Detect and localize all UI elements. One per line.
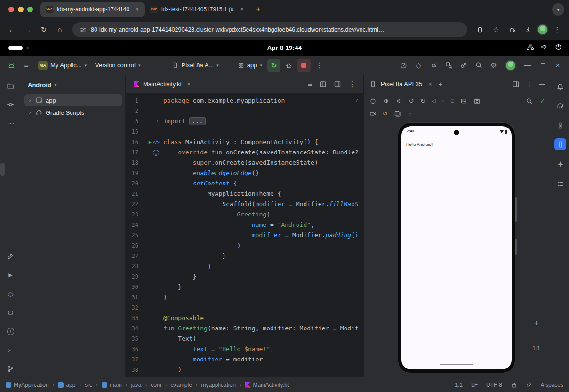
version-control-selector[interactable]: Version control ▾ <box>92 60 144 71</box>
code-line[interactable]: 21 MyApplicationTheme { <box>126 189 363 199</box>
debug-bug-icon[interactable] <box>282 59 296 72</box>
add-device-tab-icon[interactable]: + <box>438 80 442 88</box>
indent-setting[interactable]: 4 spaces <box>541 382 563 388</box>
browser-tab[interactable]: VNC idx-test-1744140517915:1 (us × <box>145 2 249 17</box>
search-everywhere-icon[interactable] <box>472 59 485 72</box>
screen-record-icon[interactable] <box>394 110 401 117</box>
code-line[interactable]: 17↑ override fun onCreate(savedInstanceS… <box>126 147 363 158</box>
breadcrumb-item[interactable]: java <box>131 382 141 388</box>
folded-imports-chip[interactable]: ... <box>189 117 206 125</box>
camera-icon[interactable] <box>473 97 481 104</box>
code-line[interactable]: 25 modifier = Modifier.padding(i <box>126 230 363 240</box>
breadcrumb-item[interactable]: main <box>102 382 122 388</box>
fullscreen-window-button[interactable] <box>27 7 33 12</box>
tab-close-icon[interactable]: × <box>134 6 141 13</box>
emulator-tab-title[interactable]: Pixel 8a API 35 <box>381 80 422 88</box>
main-menu-hamburger-icon[interactable]: ≡ <box>20 59 33 72</box>
code-line[interactable]: 19 enableEdgeToEdge() <box>126 168 363 178</box>
override-gutter-icon[interactable]: ↑ <box>153 150 159 156</box>
tool-window-drag-handle[interactable] <box>0 163 5 176</box>
run-gutter-icon[interactable]: ▶ <box>149 137 152 147</box>
browser-menu-kebab-icon[interactable]: ⋮ <box>550 23 564 37</box>
reload-icon[interactable]: ↻ <box>37 23 51 37</box>
inspections-ok-icon[interactable]: ✓ <box>355 97 359 104</box>
logcat-tool-icon[interactable] <box>5 307 16 319</box>
readonly-lock-icon[interactable] <box>511 382 517 388</box>
file-encoding[interactable]: UTF-8 <box>486 382 502 388</box>
zoom-in-icon[interactable]: + <box>534 319 538 327</box>
zoom-mode-icon[interactable] <box>526 97 533 104</box>
project-panel-header[interactable]: Android ▾ <box>21 75 125 94</box>
close-window-button[interactable] <box>8 7 14 12</box>
volume-down-icon[interactable] <box>396 97 403 104</box>
home-icon[interactable]: ⌂ <box>53 23 67 37</box>
vnc-control-handle[interactable] <box>8 46 23 50</box>
editor-options-kebab-icon[interactable]: ⋮ <box>348 80 356 88</box>
ide-user-avatar[interactable] <box>505 60 516 71</box>
caret-position[interactable]: 1:1 <box>455 382 463 388</box>
code-line[interactable]: 15 <box>126 127 363 137</box>
phone-screen[interactable]: 7:43 Hello Android! <box>401 126 512 369</box>
zoom-ratio-label[interactable]: 1:1 <box>532 345 540 352</box>
fit-to-window-icon[interactable] <box>534 357 539 362</box>
code-line[interactable]: 30 } <box>126 282 363 292</box>
breadcrumb-item[interactable]: MyApplication <box>6 382 49 388</box>
code-line[interactable]: 38 ) <box>126 365 363 375</box>
run-tool-window-icon[interactable]: ▶ <box>5 269 16 281</box>
code-line[interactable]: 16▶</>class MainActivity : ComponentActi… <box>126 137 363 147</box>
logcat-icon[interactable] <box>427 59 440 72</box>
site-settings-icon[interactable] <box>79 26 87 33</box>
volume-up-icon[interactable] <box>383 97 390 104</box>
split-editor-icon[interactable] <box>319 80 327 88</box>
compose-gutter-icon[interactable]: </> <box>153 137 159 147</box>
breadcrumb-item[interactable]: app <box>58 382 75 388</box>
address-bar[interactable]: 80-idx-my-android-app-1744140290428.clus… <box>72 22 467 37</box>
tree-expand-icon[interactable]: › <box>27 97 32 103</box>
inspection-highlight-icon[interactable] <box>526 382 532 388</box>
emulator-more-kebab-icon[interactable]: ⋮ <box>407 110 413 117</box>
breadcrumb-item[interactable]: com <box>151 382 161 388</box>
terminal-icon[interactable]: >_ <box>5 344 16 356</box>
code-line[interactable]: 20 setContent { <box>126 178 363 189</box>
record-video-icon[interactable] <box>369 110 377 117</box>
tab-close-icon[interactable]: × <box>238 6 246 13</box>
extensions-puzzle-icon[interactable] <box>505 23 519 37</box>
tab-close-icon[interactable]: × <box>426 80 434 88</box>
android-home-icon[interactable]: ○ <box>441 98 445 104</box>
build-hammer-icon[interactable] <box>5 250 16 262</box>
tree-item-app[interactable]: › app <box>24 94 122 106</box>
stop-app-button[interactable] <box>297 59 311 72</box>
code-line[interactable]: 29 } <box>126 272 363 282</box>
device-selector[interactable]: Pixel 8a A... ▾ <box>168 60 222 71</box>
structure-list-icon[interactable] <box>554 178 566 190</box>
downloads-icon[interactable] <box>521 23 535 37</box>
run-configuration-selector[interactable]: app ▾ <box>234 60 265 71</box>
run-more-kebab-icon[interactable]: ⋮ <box>313 59 326 72</box>
gemini-star-icon[interactable] <box>554 158 566 170</box>
panel-options-kebab-icon[interactable]: ⋮ <box>526 80 532 88</box>
tree-expand-icon[interactable]: › <box>27 110 32 115</box>
code-line[interactable]: 18 super.onCreate(savedInstanceState) <box>126 158 363 168</box>
project-folder-icon[interactable] <box>5 80 16 92</box>
ide-maximize-icon[interactable] <box>536 59 549 72</box>
breadcrumb-item[interactable]: MainActivity.kt <box>245 382 289 388</box>
code-line[interactable]: 35 Text( <box>126 334 363 344</box>
code-line[interactable]: 24 name = "Android", <box>126 220 363 230</box>
git-branch-icon[interactable] <box>5 363 16 375</box>
fold-arrow-icon[interactable]: › <box>156 116 159 127</box>
panel-layout-icon[interactable] <box>512 80 520 88</box>
editor-list-icon[interactable]: ≡ <box>308 80 312 88</box>
rotate-right-icon[interactable]: ↻ <box>420 97 425 104</box>
profiler-icon[interactable] <box>397 59 410 72</box>
browser-tab-active[interactable]: VNC idx-my-android-app-1744140 × <box>40 2 145 17</box>
device-power-icon[interactable] <box>369 97 377 104</box>
code-line[interactable]: 28 } <box>126 261 363 272</box>
speaker-icon[interactable] <box>540 43 548 51</box>
hide-panel-icon[interactable]: — <box>539 80 545 88</box>
app-inspection-icon[interactable] <box>442 59 455 72</box>
code-editor[interactable]: 1package com.example.myapplication23›imp… <box>126 93 363 377</box>
ide-close-icon[interactable]: × <box>551 59 564 72</box>
android-overview-icon[interactable]: □ <box>451 98 454 104</box>
link-assistant-icon[interactable] <box>457 59 470 72</box>
code-line[interactable]: 37 modifier = modifier <box>126 354 363 365</box>
